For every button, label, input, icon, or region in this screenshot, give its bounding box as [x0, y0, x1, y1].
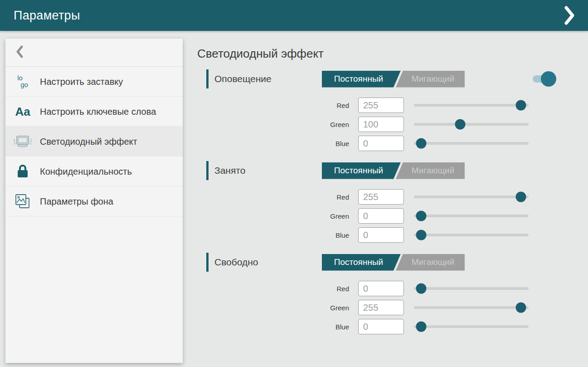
slider-thumb[interactable]	[516, 192, 526, 202]
chevron-right-icon[interactable]	[562, 4, 577, 27]
blue-slider[interactable]	[414, 227, 529, 243]
led-screen-icon	[5, 134, 40, 149]
logo-icon: lo go	[5, 75, 40, 88]
mode-segmented-control: Постоянный Мигающий	[322, 254, 465, 271]
slider-thumb[interactable]	[516, 303, 526, 313]
blue-row: Blue	[317, 136, 588, 151]
notification-toggle-switch[interactable]	[533, 71, 556, 87]
sidebar-item-keywords[interactable]: Aa Настроить ключевые слова	[5, 97, 183, 127]
green-label: Green	[317, 304, 358, 312]
green-value-input[interactable]	[358, 208, 404, 224]
slider-thumb[interactable]	[416, 211, 427, 221]
green-value-input[interactable]	[358, 300, 404, 315]
blue-label: Blue	[317, 323, 358, 331]
sidebar-item-background[interactable]: Параметры фона	[5, 186, 183, 216]
slider-thumb[interactable]	[416, 230, 427, 240]
section-busy: Занято Постоянный Мигающий Red Green	[197, 161, 588, 243]
red-value-input[interactable]	[358, 98, 404, 113]
mode-solid-button[interactable]: Постоянный	[322, 254, 401, 271]
blue-value-input[interactable]	[358, 136, 404, 151]
app-header: Параметры	[0, 0, 588, 31]
mode-segmented-control: Постоянный Мигающий	[322, 71, 465, 88]
lock-icon	[5, 164, 40, 179]
blue-label: Blue	[317, 231, 358, 239]
sidebar-item-label: Светодиодный эффект	[40, 136, 137, 147]
red-row: Red	[317, 281, 588, 296]
green-slider[interactable]	[414, 117, 529, 132]
mode-segmented-control: Постоянный Мигающий	[322, 162, 465, 179]
section-label: Занято	[214, 165, 322, 176]
section-free: Свободно Постоянный Мигающий Red Green	[197, 253, 588, 334]
slider-thumb[interactable]	[416, 284, 427, 294]
led-effect-panel: Светодиодный эффект Оповещение Постоянны…	[197, 31, 588, 367]
sidebar-item-splash-screen[interactable]: lo go Настроить заставку	[5, 67, 183, 97]
mode-blinking-button[interactable]: Мигающий	[396, 71, 465, 88]
green-slider[interactable]	[414, 208, 529, 224]
blue-row: Blue	[317, 227, 588, 243]
green-label: Green	[317, 121, 358, 128]
red-value-input[interactable]	[358, 189, 404, 205]
section-accent-bar	[206, 69, 209, 88]
text-aa-icon: Aa	[5, 106, 40, 117]
sidebar-item-privacy[interactable]: Конфиденциальность	[5, 157, 183, 186]
blue-slider[interactable]	[414, 319, 529, 334]
sidebar-item-label: Настроить ключевые слова	[40, 106, 156, 117]
sidebar-item-led-effect[interactable]: Светодиодный эффект	[5, 127, 183, 157]
section-accent-bar	[206, 253, 209, 272]
slider-thumb[interactable]	[416, 322, 427, 332]
green-label: Green	[317, 212, 358, 220]
red-label: Red	[317, 285, 358, 293]
red-label: Red	[317, 102, 358, 109]
blue-label: Blue	[317, 140, 358, 147]
section-notification: Оповещение Постоянный Мигающий Red Green	[197, 69, 588, 151]
green-row: Green	[317, 300, 588, 315]
blue-slider[interactable]	[414, 136, 529, 151]
mode-blinking-button[interactable]: Мигающий	[396, 162, 465, 179]
green-value-input[interactable]	[358, 117, 404, 132]
section-label: Оповещение	[214, 73, 322, 84]
green-row: Green	[317, 208, 588, 224]
mode-solid-button[interactable]: Постоянный	[322, 162, 401, 179]
logo-icon-line2: go	[17, 82, 28, 88]
sidebar-item-label: Настроить заставку	[40, 76, 123, 88]
blue-value-input[interactable]	[358, 227, 404, 243]
slider-thumb[interactable]	[416, 138, 427, 149]
mode-blinking-button[interactable]: Мигающий	[396, 254, 465, 271]
chevron-left-icon	[15, 44, 24, 61]
red-row: Red	[317, 189, 588, 205]
red-label: Red	[317, 193, 358, 201]
sidebar-back-button[interactable]	[5, 39, 183, 67]
red-slider[interactable]	[414, 189, 529, 205]
panel-title: Светодиодный эффект	[197, 47, 588, 61]
blue-value-input[interactable]	[358, 319, 404, 334]
mode-solid-button[interactable]: Постоянный	[322, 71, 401, 88]
section-label: Свободно	[214, 257, 322, 268]
section-accent-bar	[206, 161, 209, 180]
sidebar-item-label: Параметры фона	[40, 196, 113, 207]
red-slider[interactable]	[414, 281, 529, 296]
settings-sidebar: lo go Настроить заставку Aa Настроить кл…	[5, 39, 183, 363]
red-row: Red	[317, 98, 588, 113]
green-row: Green	[317, 117, 588, 132]
green-slider[interactable]	[414, 300, 529, 315]
slider-thumb[interactable]	[516, 100, 526, 111]
red-slider[interactable]	[414, 98, 529, 113]
background-images-icon	[5, 194, 40, 209]
red-value-input[interactable]	[358, 281, 404, 296]
blue-row: Blue	[317, 319, 588, 334]
slider-thumb[interactable]	[455, 119, 466, 130]
toggle-knob	[541, 71, 556, 87]
page-title: Параметры	[14, 9, 80, 23]
sidebar-item-label: Конфиденциальность	[40, 166, 132, 177]
